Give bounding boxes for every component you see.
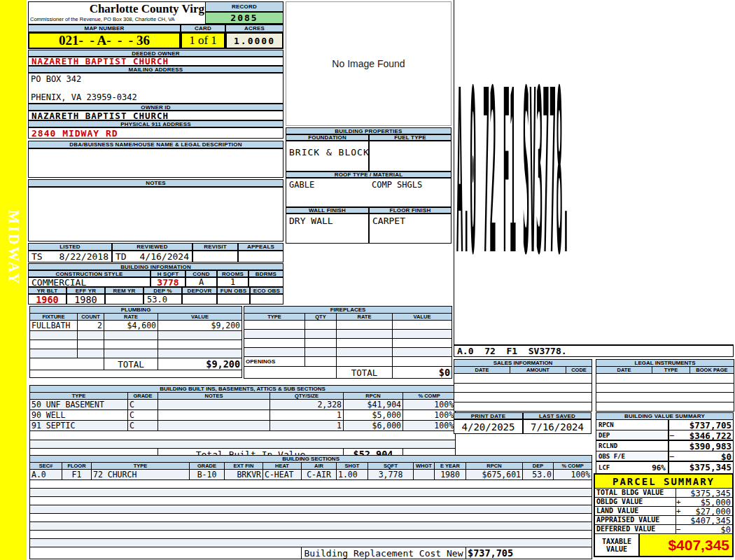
- roof-value-box: GABLE COMP SHGLS: [286, 178, 451, 207]
- bvs-sign: [669, 420, 680, 430]
- sections-col-sec: SEC#: [30, 463, 62, 470]
- sqft-cell: 3,778: [368, 470, 414, 480]
- built-ins-col-type: TYPE: [30, 393, 128, 400]
- acres-value: 1.0000: [225, 32, 284, 49]
- map-number-value: 021- - A- - - 36: [28, 32, 181, 49]
- parcel-summary: PARCEL SUMMARY TOTAL BLDG VALUE $375,345…: [594, 473, 734, 557]
- eff-yr-label: EFF YR: [66, 287, 105, 294]
- building-value-summary: BUILDING VALUE SUMMARY RPCN $737,705 DEP…: [596, 412, 734, 474]
- wall-finish-label: WALL FINISH: [286, 207, 369, 214]
- empty-cell: [244, 367, 337, 379]
- dep-pct-value: 53.0: [144, 294, 182, 304]
- empty-cell: [393, 321, 452, 330]
- built-ins-table: BUILDING BUILT INS, BASEMENTS, ATTICS & …: [29, 385, 455, 461]
- bvs-sign: −: [669, 451, 680, 461]
- empty-cell: [244, 339, 305, 348]
- bvs-value: $346,722: [680, 430, 733, 440]
- physical-address-value: 2840 MIDWAY RD: [28, 127, 284, 139]
- sections-col-comp: % COMP: [554, 463, 592, 470]
- empty-cell: [596, 383, 734, 393]
- fireplaces-col-value: VALUE: [393, 314, 452, 321]
- fuel-type-label: FUEL TYPE: [369, 134, 451, 141]
- bvs-row-rclnd: RCLND $390,983: [596, 441, 733, 451]
- map-number-label: MAP NUMBER: [28, 24, 181, 32]
- revisit-value: [192, 251, 238, 262]
- bvs-row-obs: OBS F/E − $0: [596, 451, 733, 462]
- acres-label: ACRES: [225, 24, 284, 32]
- comp-cell: 100%: [403, 410, 456, 421]
- legal-col-bookpage: BOOK PAGE: [690, 367, 734, 374]
- ps-sign: [676, 489, 686, 497]
- bdrms-value: [248, 277, 284, 287]
- appeals-label: APPEALS: [238, 243, 284, 251]
- rpcn-cell: $5,000: [344, 410, 403, 421]
- record-value: 2085: [205, 12, 284, 24]
- plumbing-col-value: VALUE: [158, 314, 242, 321]
- legal-col-type: TYPE: [652, 367, 690, 374]
- built-ins-row: 50 UNF BASEMENT C 2,328 $41,904 100%: [30, 400, 456, 410]
- bvs-row-lcf: LCF 96% $375,345: [596, 462, 733, 473]
- built-ins-row: 90 WELL C 1 $5,000 100%: [30, 410, 456, 421]
- empty-cell: [30, 440, 456, 449]
- roof-material-value: COMP SHGLS: [372, 180, 422, 190]
- type-cell: 50 UNF BASEMENT: [30, 400, 128, 410]
- empty-cell: [78, 331, 104, 340]
- depovr-value: [182, 294, 217, 304]
- ps-label: OBLDG VALUE: [595, 498, 676, 506]
- empty-cell: [305, 339, 337, 348]
- reviewed-label: REVIEWED: [112, 243, 192, 251]
- empty-cell: [104, 331, 158, 340]
- ps-value: $407,345: [686, 516, 732, 524]
- construction-style-value: COMMERCIAL: [28, 277, 150, 287]
- building-info-title: BUILDING INFORMATION: [28, 263, 284, 270]
- sections-col-eyear: E YEAR: [435, 463, 466, 470]
- sales-col-code: CODE: [566, 367, 592, 374]
- fun-obs-value: [217, 294, 250, 304]
- taxable-row: TAXABLE VALUE $407,345: [595, 534, 732, 556]
- grade-cell: C: [128, 410, 158, 421]
- mailing-line-2: PHENIX, VA 23959-0342: [29, 92, 139, 102]
- roof-label: ROOF TYPE / MATERIAL: [286, 172, 451, 178]
- plumbing-col-count: COUNT: [78, 314, 104, 321]
- bvs-row-rpcn: RPCN $737,705: [596, 420, 733, 430]
- bvs-pct: 96%: [652, 463, 666, 472]
- card-label: CARD: [181, 24, 225, 32]
- cond-value: A: [186, 277, 217, 287]
- empty-cell: [30, 522, 592, 531]
- bvs-value: $0: [680, 451, 733, 461]
- fuel-type-value: [369, 141, 451, 172]
- dba-label: DBA/BUISNESS NAME/HOUSE NAME & LEGAL DES…: [28, 141, 284, 148]
- eyear-cell: 1980: [435, 470, 466, 480]
- ps-row-total-bldg: TOTAL BLDG VALUE $375,345: [595, 489, 732, 498]
- foundation-label: FOUNDATION: [286, 134, 369, 141]
- ps-sign: −: [676, 525, 686, 533]
- empty-cell: [393, 348, 452, 357]
- bvs-value: $737,705: [680, 420, 733, 430]
- plumbing-empty-row: [30, 340, 242, 349]
- building-properties: BUILDING PROPERTIES FOUNDATION FUEL TYPE…: [286, 127, 451, 244]
- notes-cell: [158, 400, 270, 410]
- bvs-value: $375,345: [680, 462, 733, 473]
- notes-cell: [158, 410, 270, 421]
- taxable-value: $407,345: [640, 534, 732, 556]
- sec-cell: A.0: [30, 470, 62, 480]
- sales-col-amount: AMOUNT: [510, 367, 566, 374]
- no-image-text: No Image Found: [332, 58, 405, 69]
- fireplaces-empty-row: [244, 348, 452, 357]
- appeals-value: [238, 251, 284, 262]
- shgt-cell: 1.00: [337, 470, 368, 480]
- grade-cell: B-10: [190, 470, 225, 480]
- rem-yr-value: [105, 294, 144, 304]
- empty-cell: [30, 531, 592, 539]
- mailing-address-box: PO BOX 342 PHENIX, VA 23959-0342: [28, 73, 284, 104]
- ps-sign: +: [676, 498, 686, 506]
- bvs-label: RCLND: [598, 442, 617, 449]
- empty-cell: [305, 330, 337, 339]
- sections-col-dep: DEP: [523, 463, 554, 470]
- empty-cell: [244, 348, 305, 357]
- yr-blt-value: 1960: [28, 294, 66, 304]
- fun-obs-label: FUN OBS: [217, 287, 250, 294]
- sections-col-type: TYPE: [92, 463, 190, 470]
- building-sections-title: BUILDING SECTIONS: [30, 456, 592, 463]
- empty-cell: [30, 349, 78, 358]
